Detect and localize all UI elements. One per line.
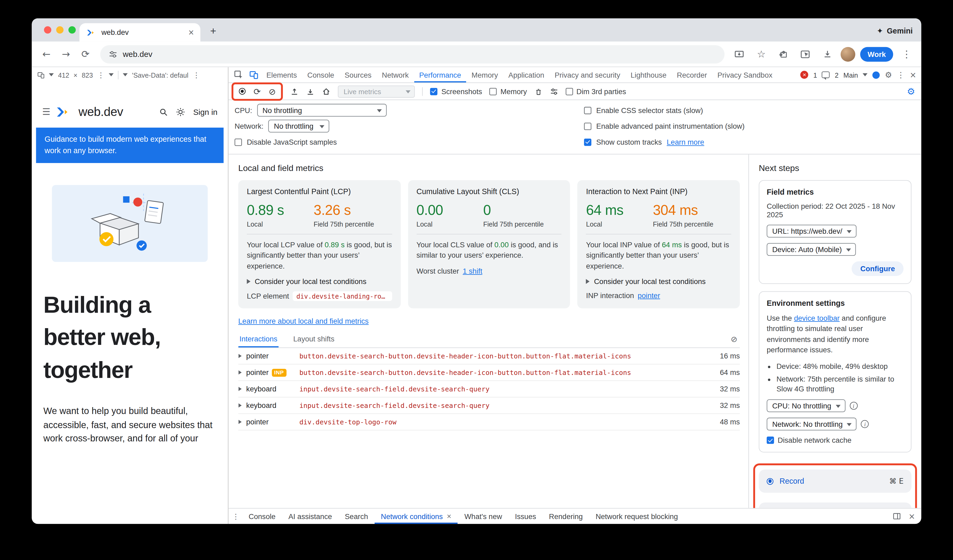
drawer-tab-issues[interactable]: Issues: [509, 509, 542, 524]
inp-test-conditions-expander[interactable]: Consider your local test conditions: [586, 277, 731, 286]
devtools-settings-icon[interactable]: ⚙: [885, 70, 892, 79]
worst-cluster-link[interactable]: 1 shift: [463, 267, 482, 275]
tab-recorder[interactable]: Recorder: [672, 67, 712, 82]
zoom-menu-icon[interactable]: ⋮: [97, 70, 104, 79]
search-icon[interactable]: [159, 107, 168, 116]
forward-button[interactable]: →: [57, 45, 75, 62]
home-icon[interactable]: [322, 87, 331, 96]
custom-tracks-row[interactable]: Show custom tracks Learn more: [584, 136, 744, 149]
bookmark-star-icon[interactable]: ☆: [753, 45, 770, 62]
tab-search-icon[interactable]: [797, 45, 814, 62]
drawer-tab-rendering[interactable]: Rendering: [543, 509, 589, 524]
disable-js-checkbox[interactable]: [235, 138, 242, 146]
memory-checkbox[interactable]: [489, 88, 497, 95]
device-toolbar-toggle-icon[interactable]: [246, 69, 261, 81]
tab-interactions[interactable]: Interactions: [238, 331, 279, 348]
split-panel-icon[interactable]: [892, 512, 901, 520]
device-bar-menu-icon[interactable]: ⋮: [192, 70, 200, 79]
tab-privacy-security[interactable]: Privacy and security: [549, 67, 625, 82]
dim-3rd-parties-checkbox[interactable]: [565, 88, 573, 95]
cpu-info-icon[interactable]: i: [849, 402, 857, 410]
browser-tab[interactable]: web.dev ×: [79, 23, 200, 42]
webdev-logo-icon[interactable]: [56, 107, 72, 117]
interaction-target[interactable]: div.devsite-top-logo-row: [299, 418, 709, 426]
site-settings-icon[interactable]: [109, 50, 117, 58]
back-button[interactable]: ←: [38, 45, 55, 62]
gemini-badge[interactable]: ✦ Gemini: [877, 26, 913, 36]
reload-button[interactable]: ⟳: [77, 45, 94, 62]
browser-menu-icon[interactable]: ⋮: [898, 45, 915, 62]
lcp-test-conditions-expander[interactable]: Consider your local test conditions: [247, 277, 392, 286]
device-toolbar-link[interactable]: device toolbar: [794, 314, 840, 322]
tab-memory[interactable]: Memory: [467, 67, 503, 82]
zoom-window-button[interactable]: [68, 26, 76, 34]
dim-3rd-parties-checkbox-row[interactable]: Dim 3rd parties: [565, 87, 626, 96]
interaction-target[interactable]: input.devsite-search-field.devsite-searc…: [299, 385, 709, 393]
inspect-element-icon[interactable]: [231, 69, 245, 81]
tab-privacy-sandbox[interactable]: Privacy Sandbox: [712, 67, 778, 82]
address-bar[interactable]: web.dev: [100, 45, 725, 63]
network-info-icon[interactable]: i: [861, 420, 869, 428]
row-expand-caret-icon[interactable]: [239, 370, 242, 375]
install-icon[interactable]: [731, 45, 748, 62]
close-tab-icon[interactable]: ×: [188, 28, 194, 37]
inp-interaction-link[interactable]: pointer: [638, 291, 660, 300]
tab-lighthouse[interactable]: Lighthouse: [626, 67, 672, 82]
throttle-caret-icon[interactable]: [123, 73, 128, 76]
view-mode-select[interactable]: Live metrics: [338, 85, 415, 97]
downloads-icon[interactable]: [819, 45, 836, 62]
device-type-icon[interactable]: [37, 71, 45, 79]
close-drawer-tab-icon[interactable]: ×: [447, 513, 452, 520]
interaction-row[interactable]: pointer button.devsite-search-button.dev…: [238, 348, 740, 365]
env-network-select[interactable]: Network: No throttling: [767, 418, 857, 430]
performance-settings-icon[interactable]: ⚙: [907, 86, 915, 97]
record-icon[interactable]: [239, 88, 245, 95]
profile-avatar[interactable]: [841, 47, 855, 62]
screenshots-checkbox[interactable]: [430, 88, 438, 95]
env-cpu-select[interactable]: CPU: No throttling: [767, 399, 846, 412]
configure-button[interactable]: Configure: [852, 261, 903, 276]
drawer-tab-console[interactable]: Console: [243, 509, 282, 524]
drawer-tab-search[interactable]: Search: [339, 509, 374, 524]
disable-cache-checkbox[interactable]: [767, 436, 774, 444]
load-profile-icon[interactable]: [290, 87, 299, 96]
interaction-row[interactable]: pointer div.devsite-top-logo-row 48 ms: [238, 414, 740, 430]
screenshots-checkbox-row[interactable]: Screenshots: [430, 87, 482, 96]
tab-sources[interactable]: Sources: [340, 67, 376, 82]
tab-network[interactable]: Network: [377, 67, 414, 82]
devtools-close-icon[interactable]: ×: [910, 70, 916, 79]
clear-icon[interactable]: ⊘: [269, 87, 276, 96]
devtools-menu-icon[interactable]: ⋮: [897, 70, 905, 79]
new-tab-button[interactable]: +: [205, 23, 221, 39]
device-select-caret-icon[interactable]: [49, 73, 54, 76]
css-stats-checkbox[interactable]: [584, 107, 591, 114]
interaction-row[interactable]: keyboard input.devsite-search-field.devs…: [238, 381, 740, 398]
close-window-button[interactable]: [44, 26, 51, 34]
tab-elements[interactable]: Elements: [262, 67, 302, 82]
drawer-tab-network-conditions[interactable]: Network conditions ×: [375, 509, 458, 524]
disable-cache-row[interactable]: Disable network cache: [767, 436, 903, 445]
save-data-label[interactable]: 'Save-Data': defaul: [132, 71, 188, 79]
collect-garbage-icon[interactable]: [534, 87, 542, 96]
memory-checkbox-row[interactable]: Memory: [489, 87, 527, 96]
zoom-caret-icon[interactable]: [109, 73, 113, 76]
capture-settings-icon[interactable]: [549, 87, 558, 96]
clear-interactions-icon[interactable]: ⊘: [731, 334, 737, 343]
row-expand-caret-icon[interactable]: [239, 420, 242, 424]
record-and-reload-button[interactable]: ⟳ Record and reload ⌘ ⇧ E: [759, 503, 911, 508]
custom-tracks-checkbox[interactable]: [584, 138, 591, 146]
tab-console[interactable]: Console: [303, 67, 339, 82]
row-expand-caret-icon[interactable]: [239, 404, 242, 408]
hamburger-menu-icon[interactable]: ☰: [42, 106, 50, 117]
drawer-menu-icon[interactable]: ⋮: [232, 512, 240, 520]
field-device-select[interactable]: Device: Auto (Mobile): [767, 243, 856, 256]
lcp-element-link[interactable]: div.devsite-landing-row-ite…: [293, 291, 392, 301]
paint-instrumentation-checkbox[interactable]: [584, 122, 591, 130]
network-throttling-select[interactable]: No throttling: [269, 120, 330, 132]
drawer-tab-whats-new[interactable]: What's new: [458, 509, 508, 524]
main-context-selector[interactable]: Main: [843, 71, 858, 79]
tab-layout-shifts[interactable]: Layout shifts: [292, 331, 336, 348]
record-button[interactable]: Record ⌘ E: [759, 470, 911, 493]
record-and-reload-icon[interactable]: ⟳: [253, 87, 261, 96]
disable-js-row[interactable]: Disable JavaScript samples: [235, 136, 584, 149]
